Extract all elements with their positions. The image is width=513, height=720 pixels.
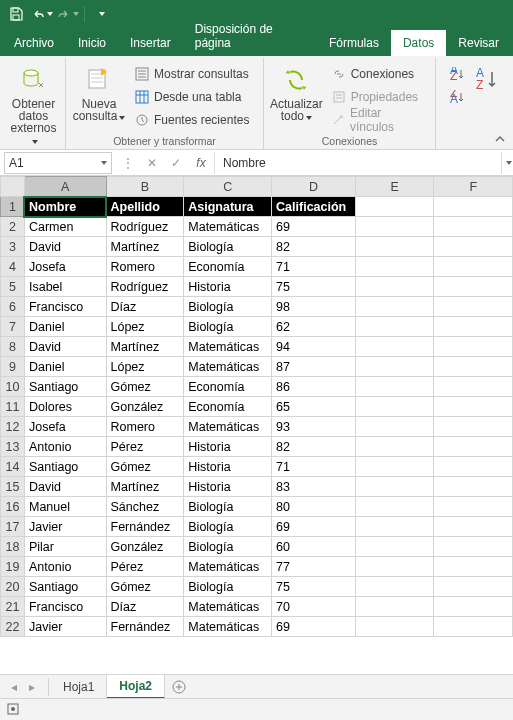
cell[interactable] — [355, 397, 434, 417]
column-header[interactable]: E — [355, 177, 434, 197]
cell[interactable]: 71 — [272, 257, 356, 277]
cell[interactable]: Matemáticas — [184, 557, 272, 577]
cell[interactable]: Martínez — [106, 237, 184, 257]
row-header[interactable]: 7 — [1, 317, 25, 337]
sheet-tab-hoja2[interactable]: Hoja2 — [107, 675, 165, 699]
namebox-functions-button[interactable]: ⋮ — [116, 152, 140, 174]
cell[interactable]: Antonio — [24, 557, 106, 577]
column-header[interactable]: F — [434, 177, 513, 197]
cell[interactable]: 82 — [272, 237, 356, 257]
cell[interactable] — [434, 557, 513, 577]
cell[interactable] — [355, 377, 434, 397]
cell[interactable]: Biología — [184, 237, 272, 257]
cancel-button[interactable]: ✕ — [140, 152, 164, 174]
row-header[interactable]: 4 — [1, 257, 25, 277]
cell[interactable]: 80 — [272, 497, 356, 517]
cell[interactable]: Dolores — [24, 397, 106, 417]
cell[interactable]: Biología — [184, 517, 272, 537]
row-header[interactable]: 20 — [1, 577, 25, 597]
collapse-ribbon-button[interactable] — [491, 131, 509, 147]
cell[interactable] — [355, 437, 434, 457]
tab-formulas[interactable]: Fórmulas — [317, 30, 391, 56]
tab-datos[interactable]: Datos — [391, 30, 446, 56]
cell[interactable]: Francisco — [24, 597, 106, 617]
desde-tabla-button[interactable]: Desde una tabla — [130, 87, 253, 107]
cell[interactable] — [355, 337, 434, 357]
ordenar-button[interactable]: AZ — [472, 62, 502, 96]
cell[interactable]: 94 — [272, 337, 356, 357]
cell[interactable]: 93 — [272, 417, 356, 437]
sort-asc-button[interactable]: AZ — [446, 64, 470, 84]
cell[interactable]: Economía — [184, 377, 272, 397]
cell[interactable] — [355, 497, 434, 517]
cell[interactable] — [434, 617, 513, 637]
cell[interactable]: Rodríguez — [106, 217, 184, 237]
cell[interactable]: Díaz — [106, 297, 184, 317]
row-header[interactable]: 22 — [1, 617, 25, 637]
cell[interactable]: 87 — [272, 357, 356, 377]
cell[interactable] — [434, 597, 513, 617]
cell[interactable]: Pérez — [106, 557, 184, 577]
row-header[interactable]: 14 — [1, 457, 25, 477]
cell[interactable]: Francisco — [24, 297, 106, 317]
cell[interactable] — [355, 597, 434, 617]
cell[interactable]: Isabel — [24, 277, 106, 297]
cell[interactable] — [355, 277, 434, 297]
cell[interactable]: Gómez — [106, 377, 184, 397]
cell[interactable] — [434, 377, 513, 397]
expand-formula-bar-button[interactable] — [501, 152, 513, 174]
cell[interactable] — [434, 417, 513, 437]
cell[interactable]: Martínez — [106, 477, 184, 497]
cell[interactable]: Josefa — [24, 257, 106, 277]
cell[interactable]: Historia — [184, 277, 272, 297]
cell[interactable]: Santiago — [24, 377, 106, 397]
cell[interactable] — [434, 577, 513, 597]
cell[interactable]: David — [24, 237, 106, 257]
cell[interactable]: López — [106, 317, 184, 337]
cell[interactable]: Asignatura — [184, 197, 272, 217]
row-header[interactable]: 13 — [1, 437, 25, 457]
new-sheet-button[interactable] — [165, 680, 193, 694]
cell[interactable]: 71 — [272, 457, 356, 477]
cell[interactable]: Carmen — [24, 217, 106, 237]
record-macro-icon[interactable] — [6, 702, 22, 718]
cell[interactable] — [434, 357, 513, 377]
cell[interactable]: 75 — [272, 577, 356, 597]
cell[interactable]: 77 — [272, 557, 356, 577]
tab-scroll-last[interactable]: ▸ — [24, 678, 40, 696]
cell[interactable]: 70 — [272, 597, 356, 617]
cell[interactable]: Historia — [184, 437, 272, 457]
cell[interactable] — [355, 357, 434, 377]
cell[interactable]: Gómez — [106, 457, 184, 477]
cell[interactable]: Economía — [184, 257, 272, 277]
obtener-datos-externos-button[interactable]: Obtener datos externos — [6, 62, 61, 146]
row-header[interactable]: 9 — [1, 357, 25, 377]
cell[interactable] — [355, 477, 434, 497]
cell[interactable] — [355, 197, 434, 217]
cell[interactable]: Javier — [24, 517, 106, 537]
cell[interactable]: Fernández — [106, 617, 184, 637]
cell[interactable]: Historia — [184, 477, 272, 497]
cell[interactable]: 82 — [272, 437, 356, 457]
mostrar-consultas-button[interactable]: Mostrar consultas — [130, 64, 253, 84]
cell[interactable] — [434, 517, 513, 537]
cell[interactable]: Economía — [184, 397, 272, 417]
cell[interactable]: Historia — [184, 457, 272, 477]
cell[interactable]: Matemáticas — [184, 337, 272, 357]
cell[interactable] — [434, 537, 513, 557]
cell[interactable] — [355, 237, 434, 257]
cell[interactable]: 62 — [272, 317, 356, 337]
cell[interactable]: Rodríguez — [106, 277, 184, 297]
fx-icon[interactable]: fx — [188, 156, 214, 170]
cell[interactable]: Martínez — [106, 337, 184, 357]
cell[interactable]: 69 — [272, 217, 356, 237]
cell[interactable]: David — [24, 337, 106, 357]
nueva-consulta-button[interactable]: Nueva consulta — [70, 62, 128, 122]
cell[interactable]: Matemáticas — [184, 597, 272, 617]
cell[interactable]: Fernández — [106, 517, 184, 537]
cell[interactable]: Pérez — [106, 437, 184, 457]
cell[interactable] — [434, 477, 513, 497]
cell[interactable] — [434, 497, 513, 517]
cell[interactable]: 69 — [272, 617, 356, 637]
cell[interactable]: Daniel — [24, 317, 106, 337]
